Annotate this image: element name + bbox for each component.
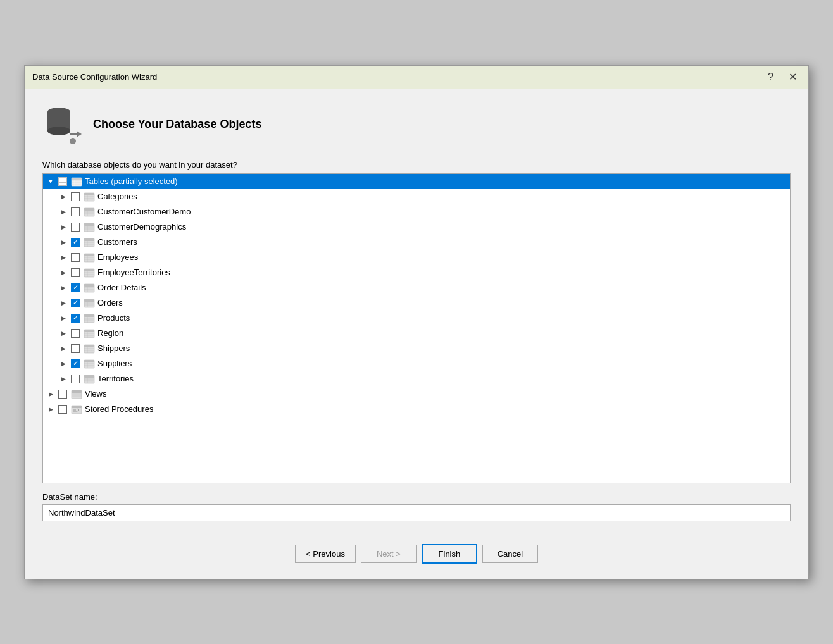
expand-cd-icon[interactable]: ▶ xyxy=(58,222,68,232)
tree-item-region[interactable]: ▶ Region xyxy=(43,326,790,341)
dataset-name-input[interactable] xyxy=(42,504,791,521)
svg-rect-72 xyxy=(84,375,94,378)
tree-item-storedProcedures[interactable]: ▶ Stored Procedures xyxy=(43,402,790,417)
tables-root-label: Tables (partially selected) xyxy=(85,176,178,186)
help-button[interactable]: ? xyxy=(764,71,777,84)
expand-region-icon[interactable]: ▶ xyxy=(58,328,68,338)
table-icon-cd xyxy=(84,221,95,233)
content-area: Choose Your Database Objects Which datab… xyxy=(25,89,808,534)
expand-territories-icon[interactable]: ▶ xyxy=(58,374,68,384)
tree-item-categories[interactable]: ▶ Categories xyxy=(43,189,790,204)
svg-marker-4 xyxy=(77,131,82,137)
tree-root-tables[interactable]: ▼ — Tables (partially selected) xyxy=(43,174,790,189)
tree-item-orders[interactable]: ▶ ✓ Orders xyxy=(43,295,790,311)
expand-orders-icon[interactable]: ▶ xyxy=(58,298,68,308)
expand-shippers-icon[interactable]: ▶ xyxy=(58,344,68,354)
table-icon-region xyxy=(84,328,95,339)
dataset-label: DataSet name: xyxy=(42,492,791,502)
title-bar: Data Source Configuration Wizard ? ✕ xyxy=(25,66,808,89)
checkbox-region[interactable] xyxy=(71,329,80,338)
cancel-button[interactable]: Cancel xyxy=(482,545,538,563)
footer: < Previous Next > Finish Cancel xyxy=(25,534,808,579)
expand-sp-icon[interactable]: ▶ xyxy=(46,404,56,414)
svg-rect-67 xyxy=(84,360,94,362)
svg-rect-52 xyxy=(84,314,94,317)
tree-item-customers[interactable]: ▶ ✓ Customers xyxy=(43,235,790,250)
expand-products-icon[interactable]: ▶ xyxy=(58,313,68,323)
label-od: Order Details xyxy=(97,283,146,292)
label-views: Views xyxy=(85,389,106,399)
tree-item-shippers[interactable]: ▶ Shippers xyxy=(43,341,790,356)
checkbox-views[interactable] xyxy=(58,390,67,399)
label-region: Region xyxy=(97,328,123,338)
svg-rect-37 xyxy=(84,269,94,271)
checkbox-sp[interactable] xyxy=(58,405,67,414)
next-button[interactable]: Next > xyxy=(361,545,416,563)
checkbox-employees[interactable] xyxy=(71,253,80,262)
label-sp: Stored Procedures xyxy=(85,404,153,414)
views-icon xyxy=(71,388,82,400)
tree-item-customerCustomerDemo[interactable]: ▶ CustomerCustomerDemo xyxy=(43,204,790,220)
svg-rect-77 xyxy=(72,390,82,393)
table-icon-suppliers xyxy=(84,358,95,369)
expand-suppliers-icon[interactable]: ▶ xyxy=(58,359,68,369)
table-icon-ccd xyxy=(84,206,95,218)
dataset-section: DataSet name: xyxy=(42,492,791,521)
label-et: EmployeeTerritories xyxy=(97,268,170,277)
label-shippers: Shippers xyxy=(97,344,130,353)
checkbox-cd[interactable] xyxy=(71,223,80,232)
expand-ccd-icon[interactable]: ▶ xyxy=(58,207,68,217)
checkbox-customers[interactable]: ✓ xyxy=(71,238,80,247)
expand-et-icon[interactable]: ▶ xyxy=(58,268,68,278)
label-territories: Territories xyxy=(97,374,134,383)
checkbox-categories[interactable] xyxy=(71,192,80,201)
table-icon-od xyxy=(84,282,95,294)
svg-rect-32 xyxy=(84,254,94,256)
tree-item-orderDetails[interactable]: ▶ ✓ Order Details xyxy=(43,280,790,295)
tree-item-views[interactable]: ▶ Views xyxy=(43,387,790,402)
tree-item-employees[interactable]: ▶ Employees xyxy=(43,250,790,265)
tree-item-products[interactable]: ▶ ✓ Products xyxy=(43,311,790,326)
checkbox-products[interactable]: ✓ xyxy=(71,314,80,323)
tree-container[interactable]: ▼ — Tables (partially selected) ▶ xyxy=(42,173,791,483)
svg-rect-22 xyxy=(84,223,94,226)
checkbox-tables[interactable]: — xyxy=(58,177,67,186)
expand-categories-icon[interactable]: ▶ xyxy=(58,192,68,202)
label-cd: CustomerDemographics xyxy=(97,222,186,232)
question-text: Which database objects do you want in yo… xyxy=(42,160,791,170)
label-customers: Customers xyxy=(97,237,137,247)
label-products: Products xyxy=(97,313,130,323)
label-ccd: CustomerCustomerDemo xyxy=(97,207,191,216)
checkbox-et[interactable] xyxy=(71,268,80,277)
label-suppliers: Suppliers xyxy=(97,359,132,368)
svg-point-5 xyxy=(70,138,76,144)
sp-icon xyxy=(71,404,82,415)
expand-views-icon[interactable]: ▶ xyxy=(46,389,56,399)
checkbox-orders[interactable]: ✓ xyxy=(71,299,80,307)
svg-rect-17 xyxy=(84,208,94,211)
expand-od-icon[interactable]: ▶ xyxy=(58,283,68,293)
tree-item-customerDemographics[interactable]: ▶ CustomerDemographics xyxy=(43,220,790,235)
checkbox-od[interactable]: ✓ xyxy=(71,283,80,292)
svg-rect-81 xyxy=(72,406,82,408)
tables-folder-icon xyxy=(71,176,82,187)
checkbox-ccd[interactable] xyxy=(71,207,80,216)
expand-tables-icon[interactable]: ▼ xyxy=(46,176,56,187)
label-categories: Categories xyxy=(97,192,137,201)
tree-item-suppliers[interactable]: ▶ ✓ Suppliers xyxy=(43,356,790,371)
expand-employees-icon[interactable]: ▶ xyxy=(58,252,68,263)
table-icon-products xyxy=(84,313,95,324)
checkbox-territories[interactable] xyxy=(71,375,80,383)
tree-item-territories[interactable]: ▶ Territories xyxy=(43,371,790,387)
previous-button[interactable]: < Previous xyxy=(295,545,356,563)
close-button[interactable]: ✕ xyxy=(785,71,801,84)
expand-customers-icon[interactable]: ▶ xyxy=(58,237,68,247)
checkbox-shippers[interactable] xyxy=(71,344,80,353)
finish-button[interactable]: Finish xyxy=(422,544,477,564)
header-row: Choose Your Database Objects xyxy=(42,104,791,145)
checkbox-suppliers[interactable]: ✓ xyxy=(71,359,80,368)
svg-rect-62 xyxy=(84,345,94,347)
svg-rect-57 xyxy=(84,330,94,332)
svg-point-2 xyxy=(47,127,70,135)
tree-item-employeeTerritories[interactable]: ▶ EmployeeTerritories xyxy=(43,265,790,280)
